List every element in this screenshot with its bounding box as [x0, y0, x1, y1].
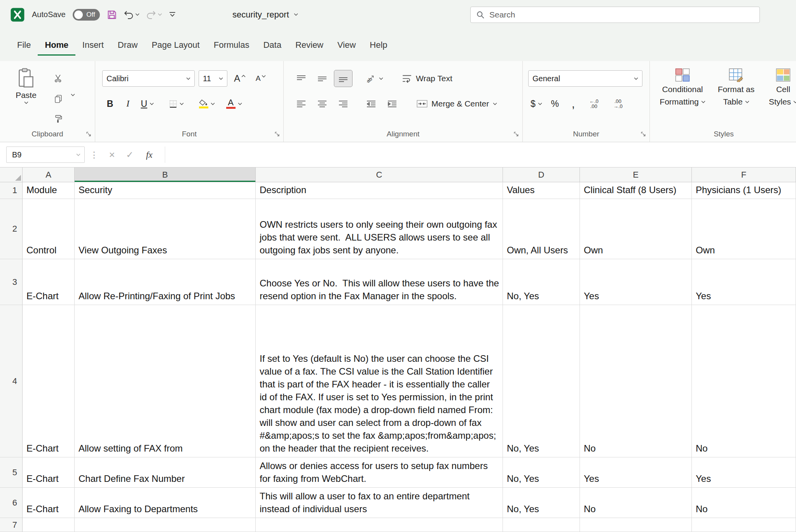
enter-button[interactable]: ✓	[121, 142, 138, 167]
percent-style-button[interactable]: %	[548, 96, 562, 112]
alignment-dialog-launcher[interactable]	[513, 131, 519, 138]
font-name-combo[interactable]: Calibri	[102, 70, 195, 87]
wrap-text-button[interactable]: Wrap Text	[400, 70, 455, 87]
bold-button[interactable]: B	[102, 95, 118, 112]
search-box[interactable]	[470, 7, 760, 23]
cell-e5[interactable]: Yes	[580, 457, 692, 488]
cell-d4[interactable]: No, Yes	[503, 305, 580, 457]
decrease-decimal-button[interactable]: .00 →.0	[609, 96, 627, 112]
document-title[interactable]: security_report	[232, 0, 298, 29]
decrease-indent-button[interactable]	[362, 96, 380, 112]
cancel-button[interactable]: ×	[103, 142, 120, 167]
cell-a7[interactable]	[23, 518, 75, 532]
cell-c1[interactable]: Description	[256, 182, 503, 199]
tab-page-layout[interactable]: Page Layout	[145, 35, 207, 56]
orientation-button[interactable]: ab	[362, 70, 386, 87]
cell-c4[interactable]: If set to Yes (default is No) the user c…	[256, 305, 503, 457]
cell-styles-button[interactable]: Cell Styles	[766, 68, 796, 107]
cell-a1[interactable]: Module	[23, 182, 75, 199]
clipboard-dialog-launcher[interactable]	[86, 131, 91, 138]
cut-button[interactable]	[50, 70, 67, 87]
column-header-b[interactable]: B	[75, 167, 256, 182]
copy-dropdown-button[interactable]	[71, 94, 75, 96]
tab-data[interactable]: Data	[256, 35, 288, 56]
tab-insert[interactable]: Insert	[75, 35, 111, 56]
align-right-button[interactable]	[334, 96, 352, 112]
column-header-d[interactable]: D	[503, 167, 580, 182]
increase-font-size-button[interactable]: A	[231, 70, 248, 87]
cell-c3[interactable]: Choose Yes or No. This will allow these …	[256, 259, 503, 305]
number-dialog-launcher[interactable]	[641, 131, 646, 138]
autosave-toggle[interactable]: Off	[73, 9, 100, 21]
tab-formulas[interactable]: Formulas	[207, 35, 257, 56]
cell-a4[interactable]: E-Chart	[23, 305, 75, 457]
row-header-5[interactable]: 5	[0, 457, 23, 488]
format-as-table-button[interactable]: Format as Table	[712, 68, 760, 107]
align-left-button[interactable]	[292, 96, 310, 112]
italic-button[interactable]: I	[121, 95, 135, 112]
conditional-formatting-button[interactable]: Conditional Formatting	[657, 68, 708, 107]
number-format-combo[interactable]: General	[528, 70, 642, 87]
cell-c6[interactable]: This will allow a user to fax to an enti…	[256, 488, 503, 518]
borders-button[interactable]	[165, 95, 188, 112]
cell-d7[interactable]	[503, 518, 580, 532]
cell-f4[interactable]: No	[692, 305, 796, 457]
comma-style-button[interactable]: ,	[568, 96, 579, 112]
row-header-4[interactable]: 4	[0, 305, 23, 457]
redo-button[interactable]	[147, 10, 162, 19]
column-header-e[interactable]: E	[580, 167, 692, 182]
increase-decimal-button[interactable]: ←.0 .00	[585, 96, 603, 112]
underline-button[interactable]: U	[138, 95, 157, 112]
cell-d1[interactable]: Values	[503, 182, 580, 199]
font-color-button[interactable]: A	[222, 95, 246, 112]
cell-c5[interactable]: Allows or denies access for users to set…	[256, 457, 503, 488]
align-bottom-button[interactable]	[334, 70, 352, 87]
row-header-2[interactable]: 2	[0, 199, 23, 259]
fill-color-button[interactable]	[195, 95, 219, 112]
cell-f5[interactable]: Yes	[692, 457, 796, 488]
cell-e2[interactable]: Own	[580, 199, 692, 259]
tab-review[interactable]: Review	[288, 35, 330, 56]
cell-b6[interactable]: Allow Faxing to Departments	[75, 488, 256, 518]
row-header-7[interactable]: 7	[0, 518, 23, 532]
paste-button[interactable]: Paste	[11, 67, 41, 104]
column-header-a[interactable]: A	[23, 167, 75, 182]
cell-b2[interactable]: View Outgoing Faxes	[75, 199, 256, 259]
customize-quick-access-button[interactable]	[169, 12, 176, 17]
column-header-f[interactable]: F	[692, 167, 796, 182]
cell-f6[interactable]: No	[692, 488, 796, 518]
align-middle-button[interactable]	[313, 70, 331, 87]
align-top-button[interactable]	[292, 70, 310, 87]
cell-a2[interactable]: Control	[23, 199, 75, 259]
row-header-6[interactable]: 6	[0, 488, 23, 518]
merge-center-button[interactable]: Merge & Center	[414, 96, 499, 112]
row-header-3[interactable]: 3	[0, 259, 23, 305]
cell-e7[interactable]	[580, 518, 692, 532]
cell-b5[interactable]: Chart Define Fax Number	[75, 457, 256, 488]
decrease-font-size-button[interactable]: A	[252, 70, 269, 87]
select-all-button[interactable]	[0, 167, 23, 182]
align-center-button[interactable]	[313, 96, 331, 112]
font-size-combo[interactable]: 11	[199, 70, 227, 87]
cell-e4[interactable]: No	[580, 305, 692, 457]
name-box[interactable]: B9	[6, 147, 85, 163]
cell-a3[interactable]: E-Chart	[23, 259, 75, 305]
formula-bar-handle[interactable]: ⋮	[89, 142, 100, 167]
cell-f3[interactable]: Yes	[692, 259, 796, 305]
formula-input[interactable]	[165, 147, 796, 163]
tab-help[interactable]: Help	[363, 35, 394, 56]
format-painter-button[interactable]	[50, 111, 67, 127]
tab-file[interactable]: File	[10, 35, 38, 56]
cell-e3[interactable]: Yes	[580, 259, 692, 305]
cell-e1[interactable]: Clinical Staff (8 Users)	[580, 182, 692, 199]
insert-function-button[interactable]: fx	[140, 142, 159, 167]
cell-f2[interactable]: Own	[692, 199, 796, 259]
cell-f1[interactable]: Physicians (1 Users)	[692, 182, 796, 199]
tab-draw[interactable]: Draw	[111, 35, 145, 56]
cell-a6[interactable]: E-Chart	[23, 488, 75, 518]
cell-d6[interactable]: No, Yes	[503, 488, 580, 518]
cell-a5[interactable]: E-Chart	[23, 457, 75, 488]
column-header-c[interactable]: C	[256, 167, 503, 182]
increase-indent-button[interactable]	[383, 96, 401, 112]
cell-d5[interactable]: No, Yes	[503, 457, 580, 488]
